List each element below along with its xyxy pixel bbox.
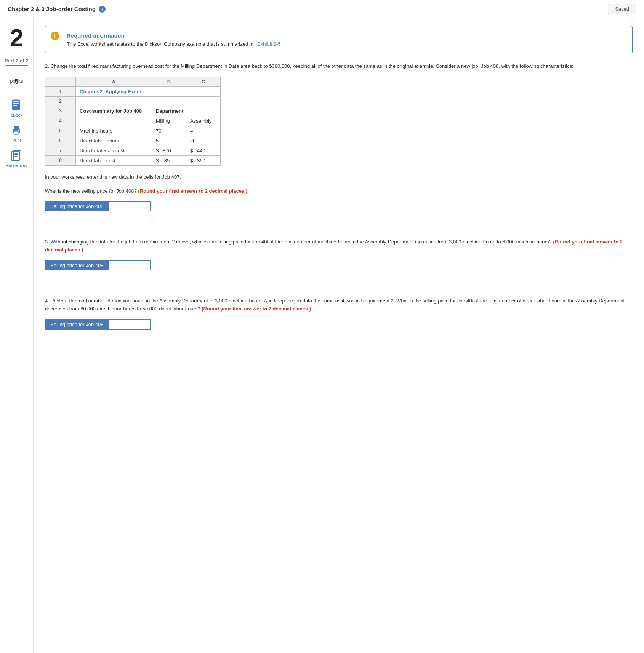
table-row: 8 Direct labor cost $ 85 $ 360	[45, 155, 221, 165]
cell-7b: $ 870	[152, 146, 186, 155]
references-icon	[10, 149, 22, 162]
cell-8a: Direct labor cost	[76, 155, 152, 165]
row-num-3: 3	[45, 106, 76, 116]
cell-2c	[186, 96, 221, 106]
question-3: 3. Without changing the data for the job…	[45, 238, 633, 270]
q2-text: What is the new selling price for Job 40…	[45, 187, 633, 195]
instruction-text: In your worksheet, enter this new data i…	[45, 173, 633, 181]
part-label: Part 2 of 2	[5, 58, 29, 64]
req-content: Required information This Excel workshee…	[67, 32, 625, 47]
svg-rect-1	[13, 101, 19, 102]
q2-round-note: (Round your final answer to 2 decimal pl…	[138, 188, 247, 194]
cell-6a: Direct labor-hours	[76, 136, 152, 146]
svg-rect-12	[14, 156, 17, 157]
cell-1c	[186, 86, 221, 96]
table-row: 3 Cost summary for Job 408 Department	[45, 106, 221, 116]
exclamation-icon: !	[51, 32, 59, 40]
req-text: This Excel worksheet relates to the Dick…	[67, 41, 625, 47]
q3-input-label: Selling price for Job 408	[45, 260, 109, 270]
svg-rect-2	[13, 103, 19, 104]
q3-text: 3. Without changing the data for the job…	[45, 238, 633, 254]
q3-input-row: Selling price for Job 408	[45, 260, 633, 270]
svg-rect-6	[14, 131, 19, 134]
cell-4b: Milling	[152, 116, 186, 126]
table-row: 2	[45, 96, 221, 106]
row-num-4: 4	[45, 116, 76, 126]
cell-5b: 70	[152, 126, 186, 136]
cell-4a	[76, 116, 152, 126]
ebook-icon	[10, 99, 22, 111]
q4-input-row: Selling price for Job 408	[45, 319, 633, 330]
row-num-1: 1	[45, 86, 76, 96]
row-num-5: 5	[45, 126, 76, 136]
svg-rect-3	[13, 105, 17, 106]
q2-input-field[interactable]	[109, 201, 151, 211]
table-row: 7 Direct materials cost $ 870 $ 440	[45, 146, 221, 155]
print-label: Print	[12, 138, 21, 142]
cell-2a	[76, 96, 152, 106]
cell-7a: Direct materials cost	[76, 146, 152, 155]
top-bar: Chapter 2 & 3 Job-order Costing i Saved	[0, 0, 644, 18]
q4-round-note: (Round your final answer to 2 decimal pl…	[202, 306, 311, 312]
row-num-2: 2	[45, 96, 76, 106]
question-2: What is the new selling price for Job 40…	[45, 187, 633, 212]
cell-1b	[152, 86, 186, 96]
cell-5c: 4	[186, 126, 221, 136]
table-row: 1 Chapter 2: Applying Excel	[45, 86, 221, 96]
q4-text: 4. Restore the total number of machine-h…	[45, 297, 633, 313]
svg-rect-5	[14, 126, 19, 129]
ebook-label: eBook	[11, 113, 22, 117]
svg-rect-7	[18, 130, 19, 131]
saved-button[interactable]: Saved	[608, 4, 636, 14]
req-title: Required information	[67, 32, 625, 39]
question-number: 2	[10, 26, 24, 50]
table-row: 5 Machine-hours 70 4	[45, 126, 221, 136]
sidebar-icons: eBook Print	[6, 99, 27, 168]
req-text-content: This Excel worksheet relates to the Dick…	[67, 41, 255, 47]
main-layout: 2 Part 2 of 2 5 points eBoo	[0, 18, 644, 653]
q4-main-text: 4. Restore the total number of machine-h…	[45, 298, 625, 312]
col-header-a: A	[76, 77, 152, 86]
q3-input-field[interactable]	[109, 260, 151, 270]
svg-rect-10	[14, 153, 18, 154]
part-label-text: Part 2 of 2	[5, 58, 29, 64]
sidebar: 2 Part 2 of 2 5 points eBoo	[0, 18, 34, 653]
row-num-7: 7	[45, 146, 76, 155]
cell-6b: 5	[152, 136, 186, 146]
cell-6c: 20	[186, 136, 221, 146]
sidebar-item-print[interactable]: Print	[10, 124, 22, 142]
q2-main-text: What is the new selling price for Job 40…	[45, 188, 137, 194]
sidebar-item-references[interactable]: References	[6, 149, 27, 168]
cell-3b: Department	[152, 106, 221, 116]
print-icon	[10, 124, 22, 136]
svg-rect-0	[12, 100, 20, 110]
q4-input-field[interactable]	[109, 319, 151, 330]
row-num-6: 6	[45, 136, 76, 146]
cell-8c: $ 360	[186, 155, 221, 165]
page-title: Chapter 2 & 3 Job-order Costing i	[8, 6, 106, 13]
question-4: 4. Restore the total number of machine-h…	[45, 297, 633, 330]
points-label: points	[10, 78, 23, 84]
info-icon[interactable]: i	[99, 6, 106, 13]
q4-input-label: Selling price for Job 408	[45, 319, 109, 330]
cell-2b	[152, 96, 186, 106]
title-text: Chapter 2 & 3 Job-order Costing	[8, 6, 96, 12]
q3-main-text: 3. Without changing the data for the job…	[45, 239, 552, 245]
sidebar-item-ebook[interactable]: eBook	[10, 99, 22, 117]
part-bold: 2	[16, 58, 18, 64]
cell-7c: $ 440	[186, 146, 221, 155]
references-label: References	[6, 163, 27, 168]
cell-3a: Cost summary for Job 408	[76, 106, 152, 116]
col-header-c: C	[186, 77, 221, 86]
cell-1a: Chapter 2: Applying Excel	[76, 86, 152, 96]
col-header-b: B	[152, 77, 186, 86]
q2-input-row: Selling price for Job 408	[45, 201, 633, 211]
cell-8b: $ 85	[152, 155, 186, 165]
cell-4c: Assembly	[186, 116, 221, 126]
q2-input-label: Selling price for Job 408	[45, 201, 109, 211]
exhibit-link[interactable]: Exhibit 2-5	[256, 41, 282, 47]
svg-rect-11	[14, 154, 18, 155]
required-info-box: ! Required information This Excel worksh…	[45, 26, 633, 53]
table-row: 6 Direct labor-hours 5 20	[45, 136, 221, 146]
table-row: 4 Milling Assembly	[45, 116, 221, 126]
